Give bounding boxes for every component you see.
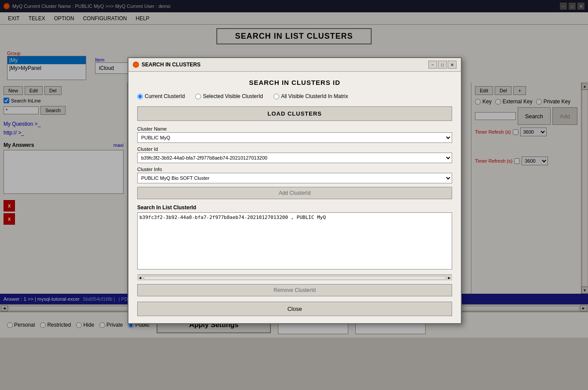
modal-minimize-btn[interactable]: − <box>428 61 437 69</box>
all-cluster-radio[interactable]: All Visible ClusterId In Matrix <box>274 93 348 99</box>
cluster-id-label: Cluster Id <box>137 146 452 152</box>
modal-horizontal-scroll[interactable]: ◄ ► <box>137 274 452 281</box>
modal-maximize-btn[interactable]: □ <box>438 61 447 69</box>
search-list-textarea[interactable]: b39fc3f2-3b92-44a0-bfa7-2f977b8aeb74-202… <box>137 212 452 270</box>
scroll-track-modal <box>144 276 446 280</box>
modal-icon <box>133 62 139 68</box>
modal-dialog: SEARCH IN CLUSTERS − □ ✕ SEARCH IN CLUST… <box>128 57 462 324</box>
cluster-id-group: Cluster Id b39fc3f2-3b92-44a0-bfa7-2f977… <box>137 146 452 163</box>
add-cluster-button: Add ClusterId <box>137 187 452 199</box>
cluster-info-label: Cluster Info <box>137 167 452 172</box>
cluster-info-group: Cluster Info PUBLIC MyQ Bio SOFT Cluster <box>137 167 452 183</box>
cluster-name-group: Cluster Name PUBLIC MyQ <box>137 126 452 143</box>
search-list-section: Search In List ClusterId b39fc3f2-3b92-4… <box>137 204 452 271</box>
load-clusters-button[interactable]: LOAD CLUSTERS <box>137 106 452 121</box>
modal-radio-row: Current ClusterId Selected Visible Clust… <box>137 93 452 99</box>
close-button-modal[interactable]: Close <box>137 302 452 316</box>
modal-section-title: SEARCH IN CLUSTERS ID <box>137 79 452 86</box>
cluster-name-select[interactable]: PUBLIC MyQ <box>137 132 452 143</box>
cluster-name-label: Cluster Name <box>137 126 452 131</box>
modal-body: SEARCH IN CLUSTERS ID Current ClusterId … <box>128 72 461 323</box>
modal-close-btn[interactable]: ✕ <box>448 61 457 69</box>
cluster-info-select[interactable]: PUBLIC MyQ Bio SOFT Cluster <box>137 173 452 183</box>
cluster-id-select[interactable]: b39fc3f2-3b92-44a0-bfa7-2f977b8aeb74-202… <box>137 153 452 163</box>
remove-cluster-button: Remove ClusterId <box>137 284 452 296</box>
current-cluster-radio[interactable]: Current ClusterId <box>137 93 185 99</box>
search-list-label: Search In List ClusterId <box>137 204 452 211</box>
scroll-left-arrow[interactable]: ◄ <box>138 276 142 280</box>
modal-title-text: SEARCH IN CLUSTERS <box>142 62 201 68</box>
selected-cluster-radio[interactable]: Selected Visible ClusterId <box>195 93 263 99</box>
scroll-right-arrow[interactable]: ► <box>447 276 451 280</box>
modal-title-bar: SEARCH IN CLUSTERS − □ ✕ <box>128 58 461 72</box>
